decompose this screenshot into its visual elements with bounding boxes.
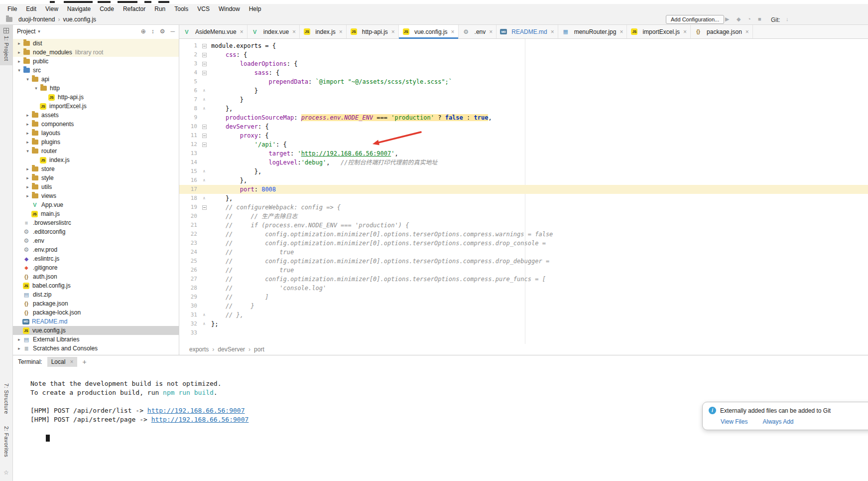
code-line[interactable]: 20 // // 生产去除日志 bbox=[179, 212, 868, 221]
code-line[interactable]: 23 // config.optimization.minimizer[0].o… bbox=[179, 239, 868, 248]
tree-item-layouts[interactable]: ▸layouts bbox=[13, 129, 179, 138]
chevron-right-icon[interactable]: ▸ bbox=[16, 50, 22, 55]
code-line[interactable]: 1module.exports = { bbox=[179, 41, 868, 50]
code-line[interactable]: 26 // true bbox=[179, 266, 868, 275]
tree-item-editorconfig[interactable]: ⚙.editorconfig bbox=[13, 227, 179, 236]
close-icon[interactable]: × bbox=[292, 28, 296, 35]
run-icon[interactable]: ▶ bbox=[725, 16, 729, 22]
code-line[interactable]: 22 // config.optimization.minimizer[0].o… bbox=[179, 230, 868, 239]
fold-collapse-icon[interactable] bbox=[199, 140, 209, 149]
tree-item-external-libraries[interactable]: ▸▤External Libraries bbox=[13, 335, 179, 344]
breadcrumb-item-vue-config-js[interactable]: vue.config.js bbox=[63, 16, 96, 23]
menu-help[interactable]: Help bbox=[245, 4, 266, 13]
tree-item-plugins[interactable]: ▸plugins bbox=[13, 138, 179, 147]
code-line[interactable]: 28 // 'console.log' bbox=[179, 284, 868, 293]
tree-item-store[interactable]: ▸store bbox=[13, 164, 179, 173]
fold-collapse-icon[interactable] bbox=[199, 68, 209, 77]
tree-item-env-prod[interactable]: ⚙.env.prod bbox=[13, 245, 179, 254]
tree-item-dist-zip[interactable]: ▤dist.zip bbox=[13, 290, 179, 299]
terminal-link[interactable]: http://192.168.66.56:9007 bbox=[147, 407, 245, 414]
fold-collapse-icon[interactable] bbox=[199, 50, 209, 59]
code-line[interactable]: 24 // true bbox=[179, 248, 868, 257]
close-icon[interactable]: × bbox=[745, 28, 749, 35]
fold-end-icon[interactable]: ∧ bbox=[199, 311, 209, 320]
tree-item-node-modules[interactable]: ▸node_moduleslibrary root bbox=[13, 48, 179, 57]
tree-item-gitignore[interactable]: ◆.gitignore bbox=[13, 263, 179, 272]
code-editor[interactable]: 1module.exports = {2 css: {3 loaderOptio… bbox=[179, 39, 868, 344]
notification-action-always-add[interactable]: Always Add bbox=[762, 418, 793, 425]
chevron-right-icon[interactable]: ▸ bbox=[24, 166, 31, 171]
code-line[interactable]: 16∧ }, bbox=[179, 176, 868, 185]
fold-end-icon[interactable]: ∧ bbox=[199, 194, 209, 203]
tree-item-http-api-js[interactable]: JShttp-api.js bbox=[13, 93, 179, 102]
chevron-right-icon[interactable]: ▸ bbox=[24, 113, 31, 118]
chevron-right-icon[interactable]: ▸ bbox=[16, 346, 22, 351]
menu-refactor[interactable]: Refactor bbox=[119, 4, 150, 13]
code-line[interactable]: 11 proxy: { bbox=[179, 131, 868, 140]
chevron-right-icon[interactable]: ▸ bbox=[16, 337, 22, 342]
close-icon[interactable]: × bbox=[70, 358, 73, 365]
fold-end-icon[interactable]: ∧ bbox=[199, 86, 209, 95]
add-configuration-button[interactable]: Add Configuration... bbox=[666, 15, 724, 24]
tree-item-package-json[interactable]: {}package.json bbox=[13, 299, 179, 308]
fold-collapse-icon[interactable] bbox=[199, 203, 209, 212]
code-line[interactable]: 14 logLevel:'debug', //控制台终端打印代理前的真实地址 bbox=[179, 158, 868, 167]
tab-readme-md[interactable]: MDREADME.md× bbox=[496, 25, 558, 38]
menu-code[interactable]: Code bbox=[95, 4, 119, 13]
tree-item-http[interactable]: ▾http bbox=[13, 84, 179, 93]
breadcrumb-item-duoji-frontend[interactable]: duoji-frontend bbox=[18, 16, 55, 23]
debug-icon[interactable]: ◆ bbox=[737, 16, 741, 22]
tree-item-auth-json[interactable]: {}auth.json bbox=[13, 272, 179, 281]
fold-collapse-icon[interactable] bbox=[199, 41, 209, 50]
project-panel-title[interactable]: Project ▾ bbox=[17, 28, 40, 35]
notification-action-view-files[interactable]: View Files bbox=[721, 418, 747, 425]
tab-menurouter-jpg[interactable]: ▦menuRouter.jpg× bbox=[558, 25, 627, 38]
breadcrumb-port[interactable]: port bbox=[254, 346, 264, 353]
chevron-right-icon[interactable]: ▸ bbox=[24, 193, 31, 198]
menu-run[interactable]: Run bbox=[150, 4, 170, 13]
favorites-star-icon[interactable]: ☆ bbox=[3, 469, 9, 476]
tab-http-api-js[interactable]: JShttp-api.js× bbox=[347, 25, 399, 38]
code-line[interactable]: 31∧ // }, bbox=[179, 311, 868, 320]
chevron-down-icon[interactable]: ▾ bbox=[24, 77, 31, 82]
fold-collapse-icon[interactable] bbox=[199, 59, 209, 68]
terminal-title[interactable]: Terminal: bbox=[18, 358, 42, 365]
code-line[interactable]: 4 sass: { bbox=[179, 68, 868, 77]
tree-item-vue-config-js[interactable]: JSvue.config.js bbox=[13, 326, 179, 335]
tree-item-app-vue[interactable]: VApp.vue bbox=[13, 200, 179, 209]
code-line[interactable]: 27 // config.optimization.minimizer[0].o… bbox=[179, 275, 868, 284]
code-line[interactable]: 15∧ }, bbox=[179, 167, 868, 176]
breadcrumb-devserver[interactable]: devServer bbox=[218, 346, 245, 353]
tree-item-scratches-and-consoles[interactable]: ▸≣Scratches and Consoles bbox=[13, 344, 179, 353]
chevron-right-icon[interactable]: ▸ bbox=[24, 122, 31, 127]
code-line[interactable]: 29 // ] bbox=[179, 293, 868, 302]
tree-item-main-js[interactable]: JSmain.js bbox=[13, 209, 179, 218]
tab-package-json[interactable]: {}package.json× bbox=[691, 25, 753, 38]
chevron-right-icon[interactable]: ▸ bbox=[24, 184, 31, 189]
fold-collapse-icon[interactable] bbox=[199, 122, 209, 131]
code-line[interactable]: 7∧ } bbox=[179, 95, 868, 104]
close-icon[interactable]: × bbox=[391, 28, 395, 35]
code-line[interactable]: 9 productionSourceMap: process.env.NODE_… bbox=[179, 113, 868, 122]
code-line[interactable]: 25 // config.optimization.minimizer[0].o… bbox=[179, 257, 868, 266]
code-line[interactable]: 30 // } bbox=[179, 302, 868, 311]
menu-navigate[interactable]: Navigate bbox=[63, 4, 95, 13]
git-branch-widget[interactable]: Git: bbox=[771, 16, 780, 23]
close-icon[interactable]: × bbox=[339, 28, 343, 35]
menu-view[interactable]: View bbox=[41, 4, 63, 13]
tree-item-style[interactable]: ▸style bbox=[13, 173, 179, 182]
tab-index-js[interactable]: JSindex.js× bbox=[300, 25, 347, 38]
close-icon[interactable]: × bbox=[240, 28, 244, 35]
tree-item-router[interactable]: ▾router bbox=[13, 147, 179, 156]
tree-item-utils[interactable]: ▸utils bbox=[13, 182, 179, 191]
code-line[interactable]: 3 loaderOptions: { bbox=[179, 59, 868, 68]
tree-item-readme-md[interactable]: MDREADME.md bbox=[13, 317, 179, 326]
tab-env[interactable]: ⚙.env× bbox=[459, 25, 497, 38]
menu-tools[interactable]: Tools bbox=[170, 4, 193, 13]
close-icon[interactable]: × bbox=[489, 28, 493, 35]
stripe-structure-button[interactable]: 7: Structure bbox=[3, 383, 9, 414]
stripe-project-button[interactable]: 1: Project bbox=[0, 25, 12, 65]
chevron-right-icon[interactable]: ▸ bbox=[24, 140, 31, 145]
tree-item-env[interactable]: ⚙.env bbox=[13, 236, 179, 245]
tree-item-views[interactable]: ▸views bbox=[13, 191, 179, 200]
